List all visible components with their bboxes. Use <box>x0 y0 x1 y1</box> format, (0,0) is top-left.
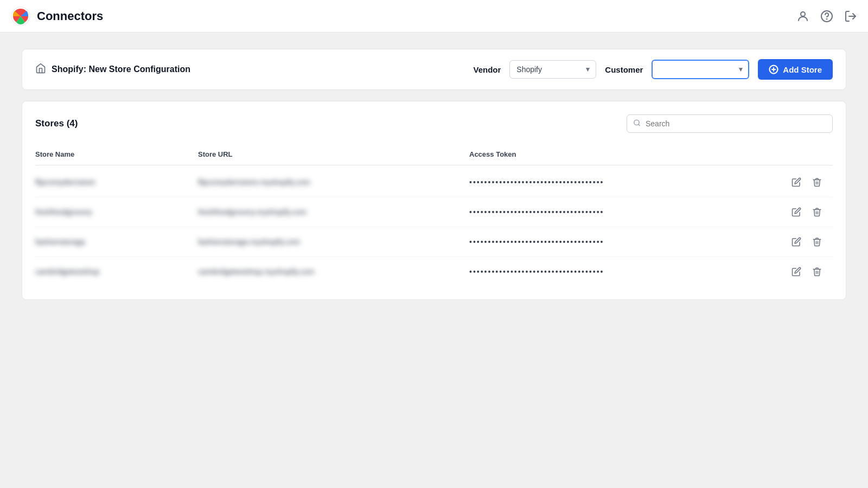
add-store-button[interactable]: Add Store <box>758 59 833 80</box>
delete-button[interactable] <box>810 205 824 219</box>
config-card: Shopify: New Store Configuration Vendor … <box>22 49 846 90</box>
svg-point-1 <box>801 12 805 16</box>
edit-button[interactable] <box>789 205 803 219</box>
search-icon <box>633 119 641 129</box>
access-token: •••••••••••••••••••••••••••••••••••• <box>469 178 789 187</box>
user-icon[interactable] <box>796 10 809 23</box>
edit-button[interactable] <box>789 265 803 279</box>
table-row: flipcomydernstore flipcomydernstore.mysh… <box>35 168 833 197</box>
access-token: •••••••••••••••••••••••••••••••••••• <box>469 208 789 216</box>
config-title: Shopify: New Store Configuration <box>52 65 190 74</box>
search-input[interactable] <box>627 114 833 133</box>
add-store-icon <box>769 65 778 74</box>
store-name: flipcomydernstore <box>35 178 198 187</box>
row-actions <box>789 265 833 279</box>
help-icon[interactable] <box>820 10 833 23</box>
stores-title: Stores (4) <box>35 118 78 129</box>
add-store-label: Add Store <box>783 65 822 74</box>
table-column-headers: Store Name Store URL Access Token <box>35 146 833 165</box>
vendor-label: Vendor <box>473 65 501 74</box>
svg-point-3 <box>827 18 827 19</box>
delete-button[interactable] <box>810 235 824 249</box>
home-icon <box>35 63 46 76</box>
store-name: fashionstoraga <box>35 237 198 246</box>
col-header-url: Store URL <box>198 150 469 158</box>
edit-button[interactable] <box>789 175 803 189</box>
config-card-right: Vendor Shopify WooCommerce Magento ▼ Cus… <box>473 59 833 80</box>
edit-button[interactable] <box>789 235 803 249</box>
app-logo <box>11 7 30 26</box>
customer-select-wrapper: ▼ <box>652 60 749 79</box>
table-body: flipcomydernstore flipcomydernstore.mysh… <box>35 168 833 286</box>
svg-line-9 <box>639 124 640 126</box>
customer-select[interactable] <box>652 60 749 79</box>
delete-button[interactable] <box>810 265 824 279</box>
col-header-token: Access Token <box>469 150 789 158</box>
store-url: cambridgetestshop.myshopify.com <box>198 267 469 276</box>
col-header-name: Store Name <box>35 150 198 158</box>
stores-header: Stores (4) <box>35 114 833 133</box>
col-header-actions <box>789 150 833 158</box>
row-actions <box>789 175 833 189</box>
store-url: freshfoodgrocery.myshopify.com <box>198 208 469 216</box>
stores-card: Stores (4) Store Name Store URL Access T… <box>22 101 846 300</box>
customer-label: Customer <box>605 65 643 74</box>
vendor-select-wrapper: Shopify WooCommerce Magento ▼ <box>509 60 596 79</box>
table-row: fashionstoraga fashionstoraga.myshopify.… <box>35 227 833 257</box>
search-wrapper <box>627 114 833 133</box>
vendor-select[interactable]: Shopify WooCommerce Magento <box>509 60 596 79</box>
store-url: fashionstoraga.myshopify.com <box>198 237 469 246</box>
row-actions <box>789 205 833 219</box>
delete-button[interactable] <box>810 175 824 189</box>
row-actions <box>789 235 833 249</box>
header-left: Connectors <box>11 7 103 26</box>
header: Connectors <box>0 0 868 33</box>
access-token: •••••••••••••••••••••••••••••••••••• <box>469 237 789 246</box>
config-card-left: Shopify: New Store Configuration <box>35 63 460 76</box>
table-row: cambridgetestshop cambridgetestshop.mysh… <box>35 257 833 286</box>
store-name: cambridgetestshop <box>35 267 198 276</box>
store-name: freshfoodgrocery <box>35 208 198 216</box>
logout-icon[interactable] <box>844 10 857 23</box>
access-token: •••••••••••••••••••••••••••••••••••• <box>469 267 789 276</box>
table-row: freshfoodgrocery freshfoodgrocery.myshop… <box>35 197 833 227</box>
main-content: Shopify: New Store Configuration Vendor … <box>0 33 868 488</box>
store-url: flipcomydernstore.myshopify.com <box>198 178 469 187</box>
header-right <box>796 10 857 23</box>
app-title: Connectors <box>37 9 103 23</box>
